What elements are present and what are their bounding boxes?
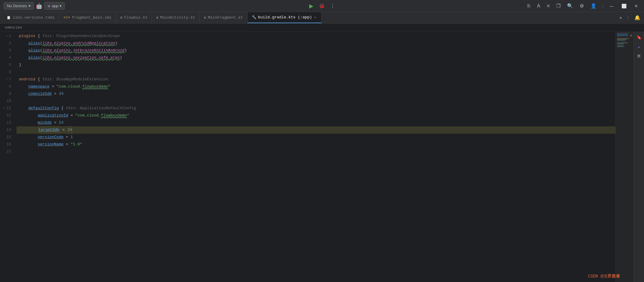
gutter-line-3: 3 (0, 47, 14, 54)
chevron-down-icon2: ▾ (60, 4, 62, 8)
tab-label-fragment-main-xml: fragment_main.xml (72, 15, 112, 20)
gutter-line-14: 14 (0, 126, 14, 134)
minimap[interactable]: ⚠ (615, 32, 633, 282)
close-button[interactable]: ✕ (632, 3, 640, 9)
tab-label-main-activity-kt: MainActivity.kt (160, 15, 195, 20)
line-num-1: 1 (9, 33, 11, 40)
toolbar-right: ⎘ A ≡ ❐ 🔍 ⚙ 👤 — ⬜ ✕ (526, 2, 640, 9)
code-line-12: applicationId = "com.cloud.flowbusdemo" (17, 112, 615, 119)
tab-libs-versions[interactable]: 📋 libs.versions.toml (2, 12, 59, 23)
tabs-actions: ▾ ⋮ 🔔 (618, 14, 644, 21)
line-num-6: 6 (9, 69, 11, 76)
run-button[interactable]: ▶ (307, 2, 315, 10)
line-num-10: 10 (6, 98, 11, 105)
tab-icon-main-activity-kt: K (156, 16, 158, 20)
line-num-5: 5 (9, 61, 11, 69)
code-line-8: namespace = "com.cloud.flowbusdemo" (17, 83, 615, 90)
gutter-line-7: ▾ 7 (0, 76, 14, 83)
code-line-14: targetSdk = 34 (17, 126, 615, 134)
fold-arrow-11[interactable]: ▾ (3, 105, 5, 112)
fold-arrow-1[interactable]: ▾ (6, 33, 8, 40)
toolbar-center: ▶ 🐞 ⋮ (307, 2, 337, 10)
gutter-line-1: ▾ 1 (0, 33, 14, 40)
code-line-15: versionCode = 1 (17, 134, 615, 141)
tab-icon-fragment-main-xml: </> (63, 16, 70, 20)
line-num-16: 16 (6, 141, 11, 148)
code-line-5: } (17, 61, 615, 69)
tab-fragment-main-xml[interactable]: </> fragment_main.xml (59, 12, 116, 23)
gutter-line-11: ▾ 11 (0, 105, 14, 112)
watermark-highlight: 开发者 (607, 274, 620, 279)
code-line-4: alias(libs.plugins.navigation.safe.args) (17, 54, 615, 61)
tabs-dropdown-button[interactable]: ▾ (618, 15, 623, 21)
line-num-4: 4 (9, 54, 11, 61)
watermark-prefix: CSDN @淡 (588, 274, 607, 279)
watermark: CSDN @淡开发者 (588, 274, 620, 279)
code-line-10 (17, 98, 615, 105)
gutter-line-6: 6 (0, 69, 14, 76)
line-num-13: 13 (6, 119, 11, 126)
line-num-15: 15 (6, 134, 11, 141)
tab-label-build-gradle-kts: build.gradle.kts (:app) (258, 15, 312, 20)
tab-build-gradle-kts[interactable]: 🔧 build.gradle.kts (:app) ✕ (248, 12, 322, 23)
font-size-button[interactable]: A (535, 3, 542, 9)
line-num-9: 9 (9, 90, 11, 98)
more-actions-button[interactable]: ⋮ (328, 2, 337, 9)
tab-label-libs-versions: libs.versions.toml (13, 15, 55, 20)
breadcrumb-bar: ndencies (0, 23, 644, 32)
line-num-12: 12 (6, 112, 11, 119)
gutter-line-4: 4 (0, 54, 14, 61)
tab-label-flowbus-kt: Flowbus.kt (124, 15, 148, 20)
no-devices-button[interactable]: No Devices ▾ (4, 2, 34, 10)
settings-button[interactable]: ⚙ (578, 2, 586, 9)
editor-container: ▾ 1 2 3 4 5 6 ▾ 7 8 9 10 ▾ (0, 32, 644, 282)
code-line-9: compileSdk = 34 (17, 90, 615, 98)
toolbar-separator (603, 3, 603, 9)
line-num-7: 7 (9, 76, 11, 83)
tabs-bar: 📋 libs.versions.toml </> fragment_main.x… (0, 12, 644, 23)
git-icon-button[interactable]: ⎘ (526, 3, 532, 9)
m-panel-button[interactable]: M (635, 52, 643, 61)
bookmarks-panel-button[interactable]: 🔖 (635, 33, 643, 42)
gutter-line-13: 13 (0, 119, 14, 126)
code-line-7: android { this: BaseAppModuleExtension (17, 76, 615, 83)
tab-main-activity-kt[interactable]: K MainActivity.kt (152, 12, 200, 23)
app-run-config-button[interactable]: ◈ app ▾ (44, 2, 65, 10)
structure-button[interactable]: ❐ (554, 2, 562, 9)
notifications-button[interactable]: 🔔 (633, 14, 642, 21)
line-num-17: 17 (6, 148, 11, 155)
tab-icon-main-fragment-kt: K (204, 16, 206, 20)
tab-icon-flowbus-kt: K (121, 16, 123, 20)
account-button[interactable]: 👤 (589, 2, 598, 9)
tab-icon-build-gradle-kts: 🔧 (252, 15, 256, 20)
no-devices-label: No Devices (7, 4, 27, 8)
code-line-6 (17, 69, 615, 76)
tab-icon-libs-versions: 📋 (7, 16, 11, 20)
tab-close-build-gradle-kts[interactable]: ✕ (314, 15, 317, 20)
gutter-line-2: 2 (0, 40, 14, 47)
minimize-button[interactable]: — (607, 3, 616, 9)
gutter-line-17: 17 (0, 148, 14, 155)
kw-plugins: plugins (19, 33, 35, 40)
tab-flowbus-kt[interactable]: K Flowbus.kt (116, 12, 152, 23)
tab-label-main-fragment-kt: MainFragment.kt (208, 15, 243, 20)
code-line-2: alias(libs.plugins.androidApplication) (17, 40, 615, 47)
line-num-11: 11 (6, 105, 11, 112)
fold-arrow-7[interactable]: ▾ (6, 76, 8, 83)
maximize-button[interactable]: ⬜ (619, 3, 629, 9)
search-everywhere-button[interactable]: 🔍 (565, 2, 575, 9)
gutter-line-8: 8 (0, 83, 14, 90)
tab-main-fragment-kt[interactable]: K MainFragment.kt (200, 12, 248, 23)
code-editor[interactable]: plugins { this: PluginDependenciesSpecSc… (17, 32, 615, 282)
warning-badge: ⚠ (630, 33, 632, 38)
tabs-more-button[interactable]: ⋮ (625, 15, 631, 21)
bookmarks-button[interactable]: ≡ (545, 3, 551, 9)
chevron-down-icon: ▾ (29, 4, 31, 8)
line-num-3: 3 (9, 47, 11, 54)
code-line-11: defaultConfig { this: ApplicationDefault… (17, 105, 615, 112)
minimap-content: ⚠ (616, 32, 633, 282)
ai-assistant-button[interactable]: ✦ (635, 43, 643, 51)
toolbar: No Devices ▾ 🤖 ◈ app ▾ ▶ 🐞 ⋮ ⎘ A ≡ ❐ 🔍 ⚙… (0, 0, 644, 12)
gutter-line-10: 10 (0, 98, 14, 105)
debug-button[interactable]: 🐞 (317, 2, 327, 9)
